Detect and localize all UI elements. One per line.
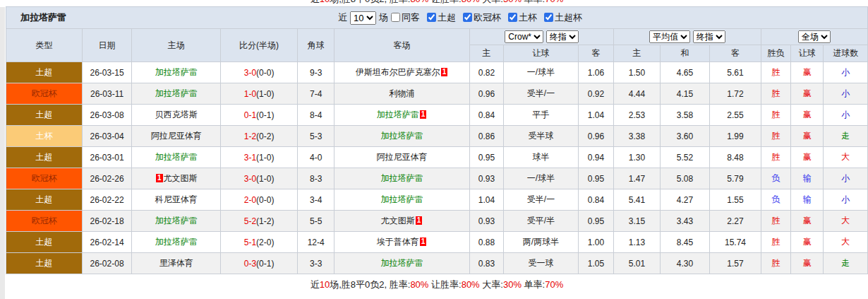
avg-home-cell: 1.30 [614,147,660,168]
avg-draw-cell: 3.58 [660,105,710,126]
home-team-link[interactable]: 尤文图斯 [164,173,198,183]
summary-segment: 单率: [522,279,545,290]
home-team-link[interactable]: 里泽体育 [159,258,193,268]
win-loss-cell: 胜 [761,147,790,168]
away-team-cell: 加拉塔萨雷 [334,168,469,189]
odds-home-cell: 0.93 [469,211,503,232]
filter-checkbox-2[interactable] [463,13,472,22]
score-cell: 5-2(1-2) [221,211,298,232]
away-team-link[interactable]: 加拉塔萨雷 [377,110,419,119]
filter-checkbox-4[interactable] [544,13,553,22]
odds-final-select[interactable]: 终指 [546,30,579,43]
left-gutter [0,7,5,299]
avg-home-cell: 2.53 [614,105,660,126]
away-team-link[interactable]: 加拉塔萨雷 [381,131,423,141]
summary-segment: 大率: [480,0,503,4]
corners-cell: 5-3 [297,126,334,147]
odds-home-cell: 0.96 [469,83,503,105]
goals-result-cell: 大 [824,211,868,232]
fulltime-score: 5-1 [244,238,256,247]
away-team-cell: 加拉塔萨雷1 [334,105,469,126]
odds-source-select[interactable]: Crow* [505,30,543,43]
goals-result-cell: 小 [824,105,868,126]
clipped-summary-line: 近10场,胜8平0负2, 胜率:80% 让胜率:80% 大率:30% 单率:70… [6,0,868,6]
fulltime-score: 0-1 [244,110,256,120]
halftime-score: (1-0) [256,153,274,163]
recent-count-select[interactable]: 10 [350,11,376,25]
away-team-link[interactable]: 加拉塔萨雷 [381,173,423,183]
avg-source-select[interactable]: 平均值 [649,30,690,43]
home-team-link[interactable]: 加拉塔萨雷 [155,88,198,98]
score-cell: 0-1(0-1) [221,105,298,126]
away-team-cell: 尤文图斯1 [334,211,469,232]
avg-draw-cell: 8.45 [660,232,710,253]
win-loss-cell: 负 [761,168,790,189]
halftime-score: (1-0) [256,174,274,184]
table-row: 土杯26-03-04阿拉尼亚体育1-2(0-2)5-3加拉塔萨雷0.86受半球0… [6,126,868,147]
col-header-corners: 角球 [297,29,334,62]
away-team-link[interactable]: 尤文图斯 [381,216,415,225]
avg-draw-cell: 5.08 [660,168,710,189]
fulltime-score: 0-3 [244,259,256,269]
home-team-link[interactable]: 科尼亚体育 [155,194,198,204]
rank-badge: 1 [416,216,423,225]
away-team-link[interactable]: 埃于普体育 [377,237,419,247]
odds-away-cell: 1.05 [578,253,613,274]
odds-home-cell: 0.88 [469,232,503,253]
table-row: 欧冠杯26-02-261尤文图斯3-0(1-0)8-3加拉塔萨雷0.93一/球半… [6,168,868,189]
filter-checkbox-1[interactable] [427,13,436,22]
away-team-link[interactable]: 加拉塔萨雷 [381,194,423,204]
corners-cell: 8-3 [297,168,334,189]
filter-checkbox-3[interactable] [508,13,517,22]
away-team-link[interactable]: 伊斯坦布尔巴萨克塞尔 [356,67,440,77]
fulltime-score: 1-0 [244,89,256,99]
date-cell: 26-03-15 [82,62,132,83]
home-team-cell: 1尤文图斯 [132,168,221,189]
home-team-link[interactable]: 阿拉尼亚体育 [151,131,202,141]
home-team-link[interactable]: 贝西克塔斯 [155,110,198,119]
halftime-score: (2-0) [256,238,274,247]
home-team-cell: 科尼亚体育 [132,189,221,211]
home-team-link[interactable]: 加拉塔萨雷 [155,152,198,162]
filter-checkbox-0[interactable] [391,13,400,22]
handicap-cell: 受半球 [504,126,579,147]
league-cell: 土超 [6,62,83,83]
avg-away-cell: 15.74 [710,232,761,253]
avg-final-select[interactable]: 终指 [693,30,725,43]
summary-segment: 30% [503,0,522,4]
handicap-result-cell: 输 [791,189,824,211]
avg-away-cell: 5.61 [710,62,761,83]
summary-line: 近10场,胜8平0负2, 胜率:80% 让胜率:80% 大率:30% 单率:70… [6,274,868,295]
table-row: 土超26-03-08贝西克塔斯0-1(0-1)8-4加拉塔萨雷10.84平手1.… [6,105,868,126]
col-header-date: 日期 [82,29,132,62]
sub-header-odds-away: 客 [578,45,613,62]
avg-draw-cell: 3.43 [660,211,710,232]
home-team-cell: 加拉塔萨雷 [132,62,221,83]
league-cell: 欧冠杯 [6,168,83,189]
home-team-link[interactable]: 加拉塔萨雷 [155,67,198,77]
away-team-link[interactable]: 利物浦 [390,88,415,98]
avg-home-cell: 1.50 [614,62,660,83]
table-row: 土超26-02-22科尼亚体育2-0(0-0)3-4加拉塔萨雷1.04受半/一0… [6,189,868,211]
rank-badge: 1 [156,174,163,182]
summary-segment: 场,胜8平0负2, 胜率: [330,0,410,4]
table-title-bar: 加拉塔萨雷 近 10 场 同客土超欧冠杯土杯土超杯 [6,6,868,28]
corners-cell: 3-3 [297,253,334,274]
halftime-score: (0-1) [256,110,274,120]
corners-cell: 7-4 [297,83,334,105]
period-select[interactable]: 全场 [798,30,831,43]
away-team-link[interactable]: 阿拉尼亚体育 [377,152,428,162]
fulltime-score: 5-2 [244,216,256,226]
handicap-result-cell: 赢 [791,253,824,274]
home-team-link[interactable]: 加拉塔萨雷 [155,216,198,225]
home-team-link[interactable]: 加拉塔萨雷 [155,237,198,247]
col-header-type: 类型 [6,29,83,62]
goals-result-cell: 走 [824,253,868,274]
odds-away-cell: 0.95 [578,211,613,232]
away-team-cell: 加拉塔萨雷 [334,126,469,147]
goals-result-cell: 小 [824,62,868,83]
handicap-cell: 受平/半 [504,211,579,232]
summary-segment: 30% [503,279,522,290]
away-team-link[interactable]: 加拉塔萨雷 [381,258,423,268]
win-loss-cell: 胜 [761,83,790,105]
